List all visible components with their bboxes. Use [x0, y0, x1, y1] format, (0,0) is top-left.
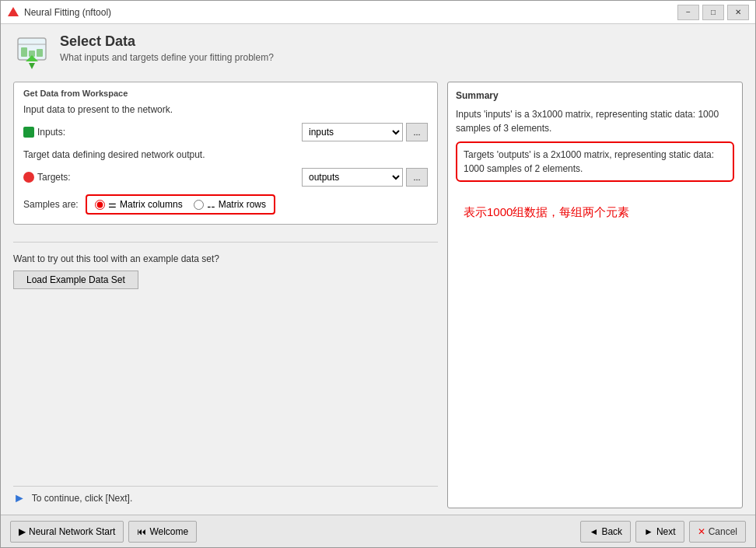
divider — [13, 242, 438, 243]
inputs-label: Inputs: — [37, 127, 65, 138]
summary-title: Summary — [456, 90, 734, 101]
next-label: Next — [656, 526, 676, 537]
svg-rect-3 — [21, 47, 27, 57]
input-icon — [23, 127, 34, 138]
neural-network-start-label: Neural Network Start — [29, 526, 115, 537]
matrix-rows-option[interactable]: ⚋ Matrix rows — [194, 199, 266, 210]
inputs-controls: inputs ... — [302, 123, 428, 141]
summary-item-inputs: Inputs 'inputs' is a 3x1000 matrix, repr… — [456, 107, 734, 135]
summary-targets-text: Targets 'outputs' is a 2x1000 matrix, re… — [464, 149, 714, 174]
page-subtitle: What inputs and targets define your fitt… — [60, 52, 274, 63]
matrix-columns-icon: ⚌ — [108, 199, 117, 210]
example-text: Want to try out this tool with an exampl… — [13, 253, 438, 264]
main-window: Neural Fitting (nftool) − □ ✕ — [0, 0, 756, 548]
inputs-label-cell: Inputs: — [23, 127, 86, 138]
matrix-rows-label: Matrix rows — [219, 199, 266, 210]
target-icon — [23, 172, 34, 183]
targets-field-row: Targets: outputs ... — [23, 168, 428, 187]
targets-note: Target data defining desired network out… — [23, 149, 428, 160]
inputs-dropdown[interactable]: inputs — [302, 123, 403, 141]
matrix-columns-label: Matrix columns — [120, 199, 183, 210]
minimize-button[interactable]: − — [677, 5, 699, 20]
continue-bar: ► To continue, click [Next]. — [13, 486, 438, 508]
matrix-columns-radio[interactable] — [95, 200, 105, 210]
title-bar: Neural Fitting (nftool) − □ ✕ — [1, 1, 755, 24]
back-label: Back — [601, 526, 622, 537]
continue-arrow-icon: ► — [13, 491, 26, 505]
samples-label: Samples are: — [23, 199, 86, 210]
targets-controls: outputs ... — [302, 168, 428, 187]
next-icon: ► — [644, 526, 653, 537]
page-title: Select Data — [60, 33, 274, 50]
close-button[interactable]: ✕ — [727, 5, 749, 20]
workspace-group: Get Data from Workspace Input data to pr… — [13, 82, 438, 225]
svg-marker-6 — [29, 63, 35, 69]
welcome-button[interactable]: ⏮ Welcome — [128, 521, 197, 543]
targets-label-cell: Targets: — [23, 172, 86, 183]
matrix-columns-option[interactable]: ⚌ Matrix columns — [95, 199, 183, 210]
inputs-browse-button[interactable]: ... — [406, 123, 428, 141]
load-example-button[interactable]: Load Example Data Set — [13, 271, 138, 289]
summary-inputs-text: Inputs 'inputs' is a 3x1000 matrix, repr… — [456, 109, 719, 134]
welcome-icon: ⏮ — [137, 526, 146, 537]
maximize-button[interactable]: □ — [702, 5, 724, 20]
samples-row: Samples are: ⚌ Matrix columns ⚋ Matrix r… — [23, 194, 428, 215]
app-icon — [7, 6, 19, 19]
welcome-label: Welcome — [149, 526, 188, 537]
window-title: Neural Fitting (nftool) — [24, 7, 677, 18]
svg-marker-0 — [8, 7, 19, 16]
matrix-rows-radio[interactable] — [194, 200, 204, 210]
next-button[interactable]: ► Next — [635, 521, 684, 543]
header-text: Select Data What inputs and targets defi… — [60, 33, 274, 63]
left-panel: Get Data from Workspace Input data to pr… — [13, 82, 438, 508]
cancel-button[interactable]: ✕ Cancel — [689, 521, 746, 543]
annotation-text: 表示1000组数据，每组两个元素 — [464, 205, 734, 220]
back-icon: ◄ — [589, 526, 598, 537]
inputs-field-row: Inputs: inputs ... — [23, 123, 428, 141]
back-button[interactable]: ◄ Back — [580, 521, 631, 543]
window-controls: − □ ✕ — [677, 5, 749, 20]
cancel-icon: ✕ — [698, 526, 705, 537]
matrix-rows-icon: ⚋ — [207, 199, 215, 210]
cancel-label: Cancel — [709, 526, 737, 537]
summary-panel: Summary Inputs 'inputs' is a 3x1000 matr… — [447, 82, 743, 508]
matrix-radio-group: ⚌ Matrix columns ⚋ Matrix rows — [86, 194, 275, 215]
continue-text: To continue, click [Next]. — [32, 493, 132, 504]
neural-network-start-button[interactable]: ▶ Neural Network Start — [10, 521, 124, 543]
example-section: Want to try out this tool with an exampl… — [13, 253, 438, 289]
content-area: Select Data What inputs and targets defi… — [1, 24, 755, 515]
footer: ▶ Neural Network Start ⏮ Welcome ◄ Back … — [1, 515, 755, 547]
header-icon — [13, 33, 51, 71]
summary-item-targets: Targets 'outputs' is a 2x1000 matrix, re… — [456, 141, 734, 182]
group-title: Get Data from Workspace — [23, 89, 428, 98]
svg-rect-5 — [37, 49, 43, 57]
page-header: Select Data What inputs and targets defi… — [13, 33, 743, 71]
targets-label: Targets: — [37, 172, 71, 183]
main-body: Get Data from Workspace Input data to pr… — [13, 82, 743, 508]
targets-dropdown[interactable]: outputs — [302, 168, 403, 187]
targets-browse-button[interactable]: ... — [406, 168, 428, 187]
inputs-note: Input data to present to the network. — [23, 104, 428, 115]
neural-network-start-icon: ▶ — [19, 526, 26, 537]
